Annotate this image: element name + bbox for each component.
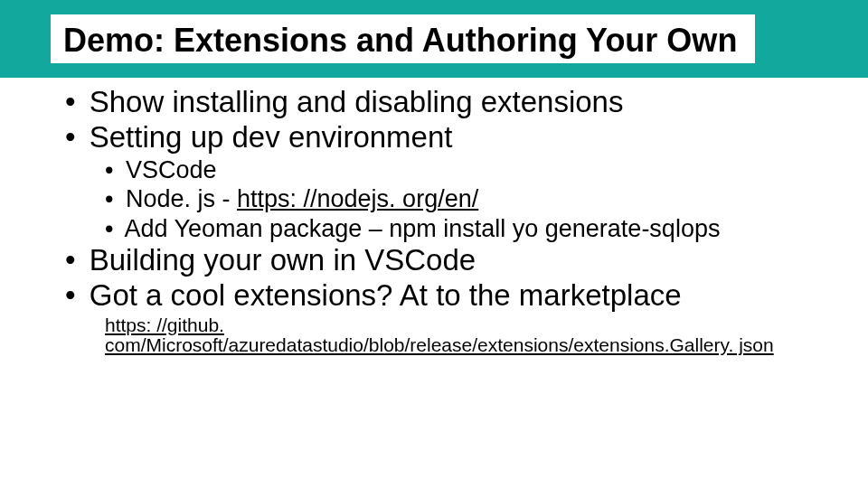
bullet-vscode: VSCode — [105, 155, 832, 184]
bullet-building-own: Building your own in VSCode — [65, 243, 832, 278]
bullet-show-installing: Show installing and disabling extensions — [65, 85, 832, 120]
slide-content: Show installing and disabling extensions… — [0, 78, 868, 355]
github-link[interactable]: https: //github. com/Microsoft/azuredata… — [105, 315, 832, 355]
bullet-setup-dev: Setting up dev environment — [65, 120, 832, 155]
bullet-yeoman: Add Yeoman package – npm install yo gene… — [105, 214, 832, 243]
bullet-prefix: Add Yeoman package – — [124, 215, 389, 242]
npm-command: npm install yo generate-sqlops — [389, 215, 720, 242]
bullet-nodejs: Node. js - https: //nodejs. org/en/ — [105, 184, 832, 213]
bullet-text: Show installing and disabling extensions — [90, 85, 624, 118]
bullet-prefix: Node. js - — [126, 185, 237, 212]
bullet-text: Setting up dev environment — [90, 120, 453, 154]
nodejs-link[interactable]: https: //nodejs. org/en/ — [237, 185, 478, 212]
slide-title: Demo: Extensions and Authoring Your Own — [51, 14, 755, 63]
bullet-text: Got a cool extensions? At to the marketp… — [90, 278, 682, 312]
bullet-text: VSCode — [126, 156, 217, 183]
title-bar: Demo: Extensions and Authoring Your Own — [0, 0, 868, 78]
bullet-marketplace: Got a cool extensions? At to the marketp… — [65, 278, 832, 314]
bullet-text: Building your own in VSCode — [90, 243, 476, 277]
